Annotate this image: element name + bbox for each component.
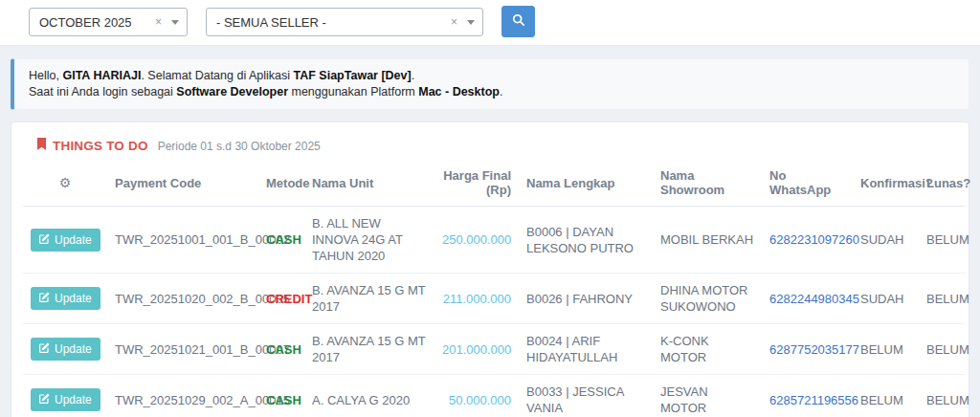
cell-lunas: BELUM xyxy=(919,207,965,274)
chevron-down-icon[interactable] xyxy=(171,20,179,25)
header-nama-unit: Nama Unit xyxy=(304,163,434,207)
cell-metode: CASH xyxy=(266,393,301,407)
whatsapp-link[interactable]: 6287752035177 xyxy=(769,342,859,357)
update-button-label: Update xyxy=(55,342,92,356)
period-select[interactable]: OCTOBER 2025 × xyxy=(29,8,188,36)
cell-nama-showroom: DHINA MOTOR SUKOWONO xyxy=(653,274,762,324)
cell-nama-unit: B. ALL NEW INNOVA 24G AT TAHUN 2020 xyxy=(304,207,434,274)
period-select-value: OCTOBER 2025 xyxy=(39,15,155,30)
header-konfirmasi: Konfirmasi? xyxy=(853,163,919,207)
cell-nama-lengkap: B0024 | ARIF HIDAYATULLAH xyxy=(519,324,653,375)
cell-nama-unit: B. AVANZA 15 G MT 2017 xyxy=(304,274,434,324)
seller-select[interactable]: - SEMUA SELLER - × xyxy=(206,8,483,36)
things-to-do-card: THINGS TO DO Periode 01 s.d 30 Oktober 2… xyxy=(11,121,969,417)
card-header: THINGS TO DO Periode 01 s.d 30 Oktober 2… xyxy=(23,136,957,163)
edit-icon xyxy=(39,292,50,305)
edit-icon xyxy=(39,233,50,247)
cell-harga-final: 50.000.000 xyxy=(449,393,511,407)
whatsapp-link[interactable]: 6285721196556 xyxy=(769,393,858,407)
cell-nama-showroom: JESVAN MOTOR xyxy=(653,375,762,417)
update-button-label: Update xyxy=(55,393,92,406)
update-button-label: Update xyxy=(55,233,92,247)
search-button[interactable] xyxy=(501,6,535,37)
table-row: Update TWR_20251001_001_B_00002 CASH B. … xyxy=(23,207,965,274)
update-button-label: Update xyxy=(55,292,92,305)
cell-nama-unit: B. AVANZA 15 G MT 2017 xyxy=(304,324,434,375)
cell-metode: CASH xyxy=(266,342,301,357)
card-title: THINGS TO DO xyxy=(36,138,148,153)
header-lunas: Lunas? xyxy=(919,163,965,207)
cell-nama-showroom: K-CONK MOTOR xyxy=(653,324,762,375)
welcome-callout: Hello, GITA HARIAJI. Selamat Datang di A… xyxy=(11,58,969,110)
table-row: Update TWR_20251029_002_A_00015 CASH A. … xyxy=(23,375,965,417)
cell-payment-code: TWR_20251001_001_B_00002 xyxy=(107,207,258,274)
clear-icon[interactable]: × xyxy=(155,16,162,28)
card-subtitle: Periode 01 s.d 30 Oktober 2025 xyxy=(158,140,321,153)
cell-nama-lengkap: B0026 | FAHRONY xyxy=(519,274,653,324)
header-nama-showroom: Nama Showroom xyxy=(653,163,762,207)
cell-metode: CASH xyxy=(266,232,301,247)
cell-payment-code: TWR_20251020_002_B_00005 xyxy=(107,274,258,324)
table-row: Update TWR_20251020_002_B_00005 CREDIT B… xyxy=(23,274,965,324)
page-content: Hello, GITA HARIAJI. Selamat Datang di A… xyxy=(0,46,980,417)
cell-lunas: BELUM xyxy=(919,324,965,375)
welcome-line-2: Saat ini Anda login sebagai Software Dev… xyxy=(29,84,954,100)
edit-icon xyxy=(39,342,50,356)
cell-konfirmasi: SUDAH xyxy=(853,207,919,274)
filter-toolbar: OCTOBER 2025 × - SEMUA SELLER - × xyxy=(0,0,980,46)
things-to-do-table: ⚙ Payment Code Metode Nama Unit Harga Fi… xyxy=(23,163,965,417)
cell-konfirmasi: BELUM xyxy=(853,375,919,417)
chevron-down-icon[interactable] xyxy=(467,20,475,25)
update-button[interactable]: Update xyxy=(31,388,100,411)
app-name: TAF SiapTawar [Dev] xyxy=(294,69,412,82)
cell-harga-final: 211.000.000 xyxy=(443,292,511,306)
header-metode: Metode xyxy=(258,163,304,207)
edit-icon xyxy=(39,393,50,406)
welcome-line-1: Hello, GITA HARIAJI. Selamat Datang di A… xyxy=(29,68,954,84)
cell-harga-final: 201.000.000 xyxy=(442,342,511,357)
cell-nama-unit: A. CALYA G 2020 xyxy=(304,375,434,417)
cell-konfirmasi: BELUM xyxy=(853,324,919,375)
cell-metode: CREDIT xyxy=(266,292,312,306)
cell-nama-showroom: MOBIL BERKAH xyxy=(653,207,762,274)
cell-lunas: BELUM xyxy=(919,274,965,324)
cell-nama-lengkap: B0006 | DAYAN LEKSONO PUTRO xyxy=(519,207,653,274)
cell-nama-lengkap: B0033 | JESSICA VANIA xyxy=(519,375,653,417)
whatsapp-link[interactable]: 6282244980345 xyxy=(769,292,859,306)
cell-konfirmasi: SUDAH xyxy=(853,274,919,324)
cell-harga-final: 250.000.000 xyxy=(442,232,511,247)
bookmark-icon xyxy=(36,138,47,153)
table-header-row: ⚙ Payment Code Metode Nama Unit Harga Fi… xyxy=(23,163,965,207)
platform: Mac - Desktop xyxy=(418,85,500,99)
gear-icon[interactable]: ⚙ xyxy=(31,175,100,190)
update-button[interactable]: Update xyxy=(31,287,100,310)
header-payment-code: Payment Code xyxy=(107,163,258,207)
update-button[interactable]: Update xyxy=(31,229,100,252)
cell-lunas: BELUM xyxy=(919,375,965,417)
seller-select-value: - SEMUA SELLER - xyxy=(216,15,451,30)
user-name: GITA HARIAJI xyxy=(62,69,141,82)
table-row: Update TWR_20251021_001_B_00007 CASH B. … xyxy=(23,324,965,375)
cell-payment-code: TWR_20251029_002_A_00015 xyxy=(107,375,258,417)
cell-payment-code: TWR_20251021_001_B_00007 xyxy=(107,324,258,375)
header-harga-final: Harga Final (Rp) xyxy=(434,163,519,207)
update-button[interactable]: Update xyxy=(31,338,100,361)
clear-icon[interactable]: × xyxy=(451,16,457,28)
header-no-whatsapp: No WhatsApp xyxy=(762,163,853,207)
whatsapp-link[interactable]: 6282231097260 xyxy=(769,232,859,247)
header-nama-lengkap: Nama Lengkap xyxy=(519,163,653,207)
search-icon xyxy=(512,13,525,30)
user-role: Software Developer xyxy=(176,85,288,99)
